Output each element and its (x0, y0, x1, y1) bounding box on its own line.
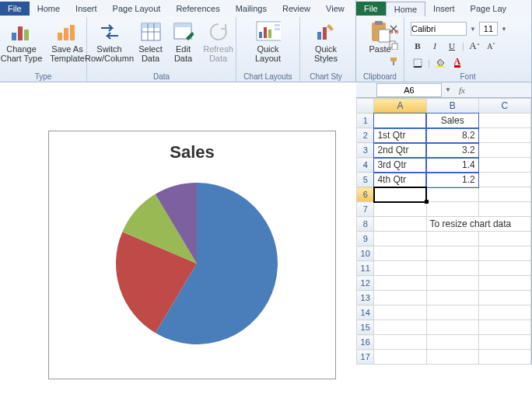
excel-tab-home[interactable]: Home (386, 2, 425, 16)
cell[interactable] (426, 350, 478, 365)
cell[interactable] (426, 320, 478, 335)
cell[interactable] (478, 202, 530, 217)
font-size-input[interactable] (479, 22, 498, 36)
tab-mailings[interactable]: Mailings (228, 2, 275, 16)
cell[interactable]: 3.2 (426, 143, 478, 158)
cell[interactable] (478, 350, 530, 365)
fill-color-button[interactable] (433, 56, 447, 70)
cut-button[interactable] (387, 22, 401, 36)
cell[interactable]: 1.4 (426, 158, 478, 173)
cell[interactable] (478, 232, 530, 246)
excel-tab-page-layout[interactable]: Page Lay (463, 2, 514, 16)
quick-styles-button[interactable]: Quick Styles (310, 20, 342, 63)
font-name-input[interactable] (411, 22, 467, 36)
row-header[interactable]: 3 (357, 143, 374, 158)
cell[interactable]: Sales (426, 113, 478, 128)
chart-object[interactable]: Sales (48, 131, 336, 379)
switch-row-column-button[interactable]: Switch Row/Column (88, 20, 131, 63)
excel-tab-insert[interactable]: Insert (425, 2, 463, 16)
col-header-c[interactable]: C (478, 99, 530, 113)
cell[interactable] (478, 113, 530, 128)
row-header[interactable]: 7 (357, 202, 374, 217)
cell[interactable] (426, 291, 478, 305)
font-size-dropdown-icon[interactable]: ▼ (501, 26, 507, 33)
cell[interactable]: 4th Qtr (374, 173, 426, 187)
tab-review[interactable]: Review (275, 2, 318, 16)
format-painter-button[interactable] (387, 54, 401, 68)
italic-button[interactable]: I (428, 39, 442, 53)
cell[interactable] (374, 276, 426, 291)
cell[interactable] (374, 335, 426, 350)
cell[interactable]: 3rd Qtr (374, 158, 426, 173)
cell[interactable] (374, 217, 426, 232)
copy-button[interactable] (387, 38, 401, 52)
cell[interactable] (426, 276, 478, 291)
row-header[interactable]: 10 (357, 246, 374, 261)
row-header[interactable]: 4 (357, 158, 374, 173)
row-header[interactable]: 16 (357, 335, 374, 350)
row-header[interactable]: 6 (357, 187, 374, 202)
tab-insert[interactable]: Insert (68, 2, 105, 16)
row-header[interactable]: 17 (357, 350, 374, 365)
cell[interactable]: 1st Qtr (374, 128, 426, 143)
cell[interactable] (478, 261, 530, 276)
cell[interactable] (478, 291, 530, 305)
cell[interactable] (374, 261, 426, 276)
cell[interactable] (478, 143, 530, 158)
cell[interactable]: To resize chart data (426, 217, 530, 232)
cell[interactable] (426, 305, 478, 320)
font-name-dropdown-icon[interactable]: ▼ (470, 26, 476, 33)
cell[interactable] (478, 187, 530, 202)
quick-layout-button[interactable]: Quick Layout (247, 20, 289, 63)
underline-button[interactable]: U (445, 39, 459, 53)
cell[interactable] (426, 261, 478, 276)
cell-selected[interactable] (374, 187, 426, 202)
bold-button[interactable]: B (411, 39, 425, 53)
cell[interactable] (374, 232, 426, 246)
worksheet[interactable]: A B C 1Sales 21st Qtr8.2 32nd Qtr3.2 43r… (356, 98, 531, 365)
change-chart-type-button[interactable]: Change Chart Type (0, 20, 44, 63)
tab-page-layout[interactable]: Page Layout (105, 2, 169, 16)
cell[interactable] (374, 350, 426, 365)
row-header[interactable]: 2 (357, 128, 374, 143)
cell[interactable] (374, 202, 426, 217)
cell[interactable] (478, 128, 530, 143)
cell[interactable] (374, 305, 426, 320)
font-color-button[interactable]: A (450, 56, 464, 70)
cell[interactable] (426, 246, 478, 261)
edit-data-button[interactable]: Edit Data (170, 20, 197, 63)
cell[interactable] (374, 320, 426, 335)
cell[interactable] (478, 335, 530, 350)
row-header[interactable]: 11 (357, 261, 374, 276)
cell[interactable] (478, 320, 530, 335)
row-header[interactable]: 8 (357, 217, 374, 232)
name-box-dropdown-icon[interactable]: ▼ (442, 86, 454, 93)
border-button[interactable] (411, 56, 425, 70)
row-header[interactable]: 14 (357, 305, 374, 320)
name-box-input[interactable] (376, 83, 442, 97)
select-all-corner[interactable] (357, 99, 374, 113)
row-header[interactable]: 12 (357, 276, 374, 291)
tab-home[interactable]: Home (30, 2, 68, 16)
save-as-template-button[interactable]: Save As Template (48, 20, 87, 63)
cell[interactable] (478, 276, 530, 291)
row-header[interactable]: 13 (357, 291, 374, 305)
row-header[interactable]: 1 (357, 113, 374, 128)
cell[interactable] (478, 173, 530, 187)
cell[interactable] (478, 246, 530, 261)
row-header[interactable]: 5 (357, 173, 374, 187)
cell[interactable] (374, 291, 426, 305)
cell[interactable]: 1.2 (426, 173, 478, 187)
increase-font-button[interactable]: A˄ (467, 39, 481, 53)
cell[interactable] (374, 246, 426, 261)
cell[interactable] (426, 187, 478, 202)
cell[interactable] (478, 158, 530, 173)
cell[interactable] (478, 305, 530, 320)
col-header-b[interactable]: B (426, 99, 478, 113)
tab-references[interactable]: References (168, 2, 227, 16)
cell[interactable]: 8.2 (426, 128, 478, 143)
col-header-a[interactable]: A (374, 99, 426, 113)
cell[interactable] (426, 232, 478, 246)
cell[interactable] (374, 113, 426, 128)
select-data-button[interactable]: Select Data (136, 20, 166, 63)
